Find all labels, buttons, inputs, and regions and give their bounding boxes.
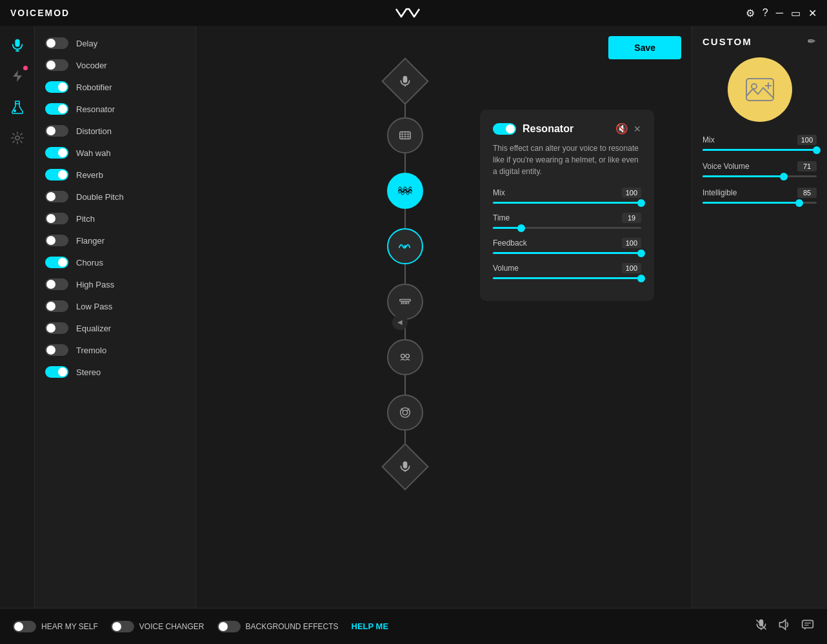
effect-item-lowpass[interactable]: Low Pass — [35, 295, 195, 317]
popup-description: This effect can alter your voice to reso… — [493, 142, 641, 177]
stereo-chain-node[interactable] — [387, 395, 423, 431]
background-effects-toggle[interactable] — [217, 621, 241, 632]
popup-slider-thumb-volume[interactable] — [637, 275, 645, 282]
effect-item-stereo[interactable]: Stereo — [35, 361, 195, 383]
right-slider-thumb-voice-volume[interactable] — [780, 173, 788, 181]
edit-icon[interactable]: ✏ — [808, 36, 817, 47]
right-slider-track-voice-volume[interactable] — [702, 175, 817, 177]
title-bar-center — [395, 6, 421, 19]
popup-slider-track-feedback[interactable] — [493, 252, 641, 254]
label-tremolo: Tremolo — [76, 346, 106, 355]
toggle-equalizer[interactable] — [45, 322, 68, 334]
right-slider-track-intelligible[interactable] — [702, 202, 817, 204]
sidebar-item-flask[interactable] — [5, 94, 30, 120]
toggle-vocoder[interactable] — [45, 59, 68, 71]
toggle-tremolo[interactable] — [45, 344, 68, 356]
label-wahwah: Wah wah — [76, 148, 111, 158]
reverb-chain-node[interactable] — [387, 284, 423, 320]
popup-header-left: Resonator — [493, 123, 573, 135]
svg-rect-30 — [746, 79, 773, 101]
right-slider-thumb-mix[interactable] — [813, 146, 821, 154]
toggle-pitch[interactable] — [45, 213, 68, 224]
toggle-distortion[interactable] — [45, 125, 68, 137]
right-slider-fill-mix — [702, 149, 817, 151]
close-icon[interactable]: ✕ — [808, 7, 817, 19]
effect-item-tremolo[interactable]: Tremolo — [35, 339, 195, 361]
input-mic-node[interactable] — [381, 57, 429, 105]
svg-rect-38 — [802, 620, 813, 628]
custom-image-upload[interactable] — [728, 57, 792, 122]
minimize-icon[interactable]: ─ — [776, 7, 783, 19]
speaker-icon[interactable] — [778, 618, 791, 634]
collapse-arrow[interactable]: ◀ — [392, 315, 408, 330]
popup-slider-value-mix: 100 — [622, 188, 641, 198]
mute-icon[interactable]: 🔇 — [615, 122, 628, 135]
svg-rect-0 — [15, 39, 19, 47]
popup-slider-thumb-feedback[interactable] — [637, 249, 645, 257]
popup-slider-thumb-mix[interactable] — [637, 199, 645, 207]
help-icon[interactable]: ? — [762, 7, 768, 19]
toggle-wahwah[interactable] — [45, 147, 68, 159]
effect-item-robotifier[interactable]: Robotifier — [35, 76, 195, 98]
toggle-lowpass[interactable] — [45, 300, 68, 312]
popup-slider-thumb-time[interactable] — [517, 224, 525, 232]
chat-icon[interactable] — [801, 618, 814, 634]
output-mic-node[interactable] — [381, 443, 429, 491]
popup-slider-track-time[interactable] — [493, 227, 641, 229]
effect-item-wahwah[interactable]: Wah wah — [35, 142, 195, 164]
toggle-reverb[interactable] — [45, 169, 68, 181]
toggle-resonator[interactable] — [45, 103, 68, 115]
effect-item-highpass[interactable]: High Pass — [35, 273, 195, 295]
effect-item-reverb[interactable]: Reverb — [35, 164, 195, 186]
save-button[interactable]: Save — [608, 36, 681, 59]
mic-slash-icon[interactable] — [755, 618, 768, 634]
popup-slider-feedback: Feedback100 — [493, 238, 641, 254]
effect-item-resonator[interactable]: Resonator — [35, 98, 195, 120]
right-slider-track-mix[interactable] — [702, 149, 817, 151]
resonator-toggle[interactable] — [493, 123, 516, 135]
effect-item-distortion[interactable]: Distortion — [35, 120, 195, 142]
effect-item-doublepitch[interactable]: Double Pitch — [35, 186, 195, 208]
popup-slider-label-volume: Volume — [493, 264, 519, 273]
resonator-chain-node[interactable] — [387, 173, 423, 209]
chorus-chain-node[interactable] — [387, 339, 423, 375]
maximize-icon[interactable]: ▭ — [791, 7, 801, 19]
effect-item-vocoder[interactable]: Vocoder — [35, 54, 195, 76]
effect-item-chorus[interactable]: Chorus — [35, 251, 195, 273]
popup-slider-fill-feedback — [493, 252, 641, 254]
popup-slider-track-mix[interactable] — [493, 202, 641, 204]
sidebar-item-mic[interactable] — [5, 32, 30, 58]
wahwah-chain-node[interactable] — [387, 228, 423, 264]
resonator-popup: Resonator 🔇 ✕ This effect can alter your… — [480, 110, 654, 301]
toggle-stereo[interactable] — [45, 366, 68, 378]
effect-item-pitch[interactable]: Pitch — [35, 208, 195, 229]
popup-slider-fill-volume — [493, 277, 641, 279]
close-popup-button[interactable]: ✕ — [633, 124, 641, 134]
title-bar: VOICEMOD ⚙ ? ─ ▭ ✕ — [0, 0, 827, 26]
wahwah-node-icon — [398, 239, 412, 253]
effect-item-equalizer[interactable]: Equalizer — [35, 317, 195, 339]
effect-item-delay[interactable]: Delay — [35, 32, 195, 54]
toggle-robotifier[interactable] — [45, 81, 68, 93]
stereo-node-icon — [398, 405, 412, 420]
right-slider-thumb-intelligible[interactable] — [795, 199, 803, 207]
popup-slider-time: Time19 — [493, 213, 641, 229]
settings-icon[interactable]: ⚙ — [746, 7, 755, 19]
sidebar-item-lightning[interactable] — [5, 63, 30, 89]
vm-logo-icon — [395, 6, 421, 19]
toggle-flanger[interactable] — [45, 235, 68, 246]
sidebar-item-settings[interactable] — [5, 125, 30, 151]
voice-changer-toggle[interactable] — [111, 621, 134, 632]
help-me-label[interactable]: HELP ME — [352, 621, 389, 631]
toggle-delay[interactable] — [45, 37, 68, 49]
bottom-bar-left: HEAR MY SELF VOICE CHANGER BACKGROUND EF… — [13, 621, 388, 632]
toggle-highpass[interactable] — [45, 278, 68, 290]
hear-myself-toggle[interactable] — [13, 621, 36, 632]
toggle-doublepitch[interactable] — [45, 191, 68, 202]
popup-title: Resonator — [523, 123, 573, 135]
right-slider-value-voice-volume: 71 — [797, 161, 817, 171]
toggle-chorus[interactable] — [45, 257, 68, 268]
robotifier-chain-node[interactable] — [387, 117, 423, 153]
popup-slider-track-volume[interactable] — [493, 277, 641, 279]
effect-item-flanger[interactable]: Flanger — [35, 229, 195, 251]
